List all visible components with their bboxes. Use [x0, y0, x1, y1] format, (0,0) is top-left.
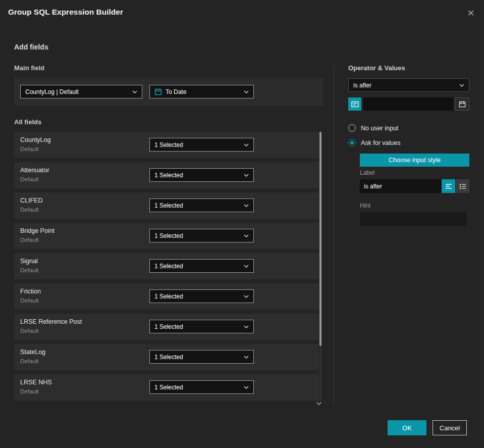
values-input-icon[interactable]	[348, 97, 361, 111]
scrollbar-track[interactable]	[319, 132, 321, 401]
main-field-label: Main field	[14, 64, 44, 72]
field-subtitle: Default	[20, 146, 38, 152]
chevron-down-icon	[244, 295, 249, 298]
chevron-down-icon	[132, 90, 137, 93]
chevron-down-icon	[244, 234, 249, 237]
label-input[interactable]	[360, 179, 442, 193]
main-field-select-value: CountyLog | Default	[25, 88, 129, 95]
all-fields-label: All fields	[14, 118, 41, 126]
field-subtitle: Default	[20, 388, 38, 394]
main-field-panel: CountyLog | Default To Date	[14, 78, 323, 106]
operator-select-value: is after	[353, 82, 456, 89]
field-name: Bridge Point	[20, 227, 55, 234]
field-row: CountyLogDefault1 Selected	[14, 132, 319, 158]
radio-label: No user input	[361, 125, 398, 132]
field-selected-dropdown[interactable]: 1 Selected	[149, 229, 254, 242]
radio-no-user-input[interactable]: No user input	[348, 124, 398, 132]
field-row: LRSE Reference PostDefault1 Selected	[14, 314, 319, 340]
calendar-icon	[154, 88, 162, 95]
text-input-style-icon[interactable]	[442, 179, 455, 193]
chevron-down-icon	[244, 356, 249, 359]
chevron-down-icon	[244, 204, 249, 207]
operator-values-heading: Operator & Values	[348, 64, 405, 72]
value-input[interactable]	[363, 97, 453, 111]
chevron-down-icon	[244, 386, 249, 389]
field-subtitle: Default	[20, 176, 38, 182]
field-subtitle: Default	[20, 358, 38, 364]
radio-icon	[348, 124, 356, 132]
field-name: CountyLog	[20, 136, 50, 143]
field-selected-value: 1 Selected	[154, 293, 240, 300]
radio-checked-icon	[348, 139, 356, 146]
field-selected-value: 1 Selected	[154, 354, 240, 361]
chevron-down-icon	[244, 325, 249, 328]
field-name: StateLog	[20, 349, 45, 356]
chevron-down-icon	[244, 265, 249, 268]
field-selected-value: 1 Selected	[154, 323, 240, 330]
field-name: Attenuator	[20, 167, 49, 174]
field-row: SignalDefault1 Selected	[14, 253, 319, 279]
main-field-date-select[interactable]: To Date	[149, 85, 254, 98]
radio-label: Ask for values	[361, 139, 401, 146]
field-selected-dropdown[interactable]: 1 Selected	[149, 380, 254, 394]
panel-divider	[334, 66, 334, 404]
ok-button[interactable]: OK	[388, 420, 426, 435]
field-subtitle: Default	[20, 297, 38, 304]
field-subtitle: Default	[20, 207, 38, 213]
field-selected-value: 1 Selected	[154, 384, 240, 391]
field-row: CLIFEDDefault1 Selected	[14, 192, 319, 219]
field-selected-value: 1 Selected	[154, 232, 240, 239]
hint-input[interactable]	[360, 212, 467, 226]
main-field-select[interactable]: CountyLog | Default	[20, 85, 142, 98]
field-selected-dropdown[interactable]: 1 Selected	[149, 289, 254, 303]
dialog-title: Group SQL Expression Builder	[8, 8, 123, 17]
cancel-button[interactable]: Cancel	[433, 420, 467, 435]
label-caption: Label	[360, 169, 374, 176]
field-selected-dropdown[interactable]: 1 Selected	[149, 320, 254, 333]
main-field-date-value: To Date	[166, 88, 240, 95]
field-row: FrictionDefault1 Selected	[14, 283, 319, 310]
field-subtitle: Default	[20, 237, 38, 243]
field-selected-dropdown[interactable]: 1 Selected	[149, 138, 254, 152]
field-selected-dropdown[interactable]: 1 Selected	[149, 198, 254, 212]
field-subtitle: Default	[20, 267, 38, 273]
all-fields-list: CountyLogDefault1 SelectedAttenuatorDefa…	[14, 132, 319, 405]
field-selected-value: 1 Selected	[154, 141, 240, 148]
field-name: Signal	[20, 258, 38, 265]
scroll-down-icon[interactable]	[316, 399, 324, 405]
field-selected-dropdown[interactable]: 1 Selected	[149, 259, 254, 273]
group-sql-expression-builder-dialog: Group SQL Expression Builder ✕ Add field…	[0, 0, 484, 448]
field-selected-dropdown[interactable]: 1 Selected	[149, 350, 254, 364]
field-row: AttenuatorDefault1 Selected	[14, 162, 319, 188]
scrollbar-thumb[interactable]	[319, 132, 321, 346]
chevron-down-icon	[244, 143, 249, 146]
field-name: CLIFED	[20, 197, 42, 204]
field-subtitle: Default	[20, 328, 38, 334]
field-name: LRSE NHS	[20, 379, 52, 386]
field-selected-value: 1 Selected	[154, 202, 240, 209]
calendar-picker-icon[interactable]	[455, 97, 469, 111]
field-name: Friction	[20, 288, 41, 295]
field-selected-value: 1 Selected	[154, 263, 240, 270]
operator-select[interactable]: is after	[348, 78, 469, 92]
chevron-down-icon	[459, 84, 464, 87]
add-fields-heading: Add fields	[14, 43, 48, 51]
chevron-down-icon	[244, 174, 249, 177]
field-row: LRSE NHSDefault1 Selected	[14, 374, 319, 401]
field-selected-value: 1 Selected	[154, 172, 240, 179]
field-name: LRSE Reference Post	[20, 318, 82, 325]
field-row: StateLogDefault1 Selected	[14, 344, 319, 370]
chevron-down-icon	[244, 90, 249, 93]
choose-input-style-button[interactable]: Choose input style	[360, 154, 469, 167]
field-row: Bridge PointDefault1 Selected	[14, 223, 319, 249]
close-icon[interactable]: ✕	[464, 6, 478, 20]
hint-caption: Hint	[360, 202, 370, 209]
list-input-style-icon[interactable]	[456, 179, 469, 193]
radio-ask-for-values[interactable]: Ask for values	[348, 139, 401, 146]
field-selected-dropdown[interactable]: 1 Selected	[149, 168, 254, 182]
